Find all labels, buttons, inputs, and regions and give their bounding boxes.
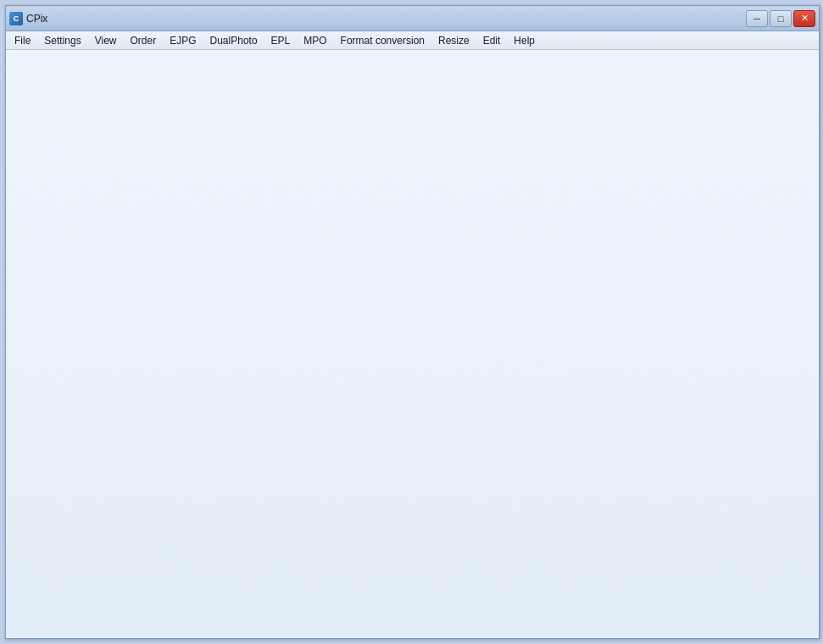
app-icon: C xyxy=(9,12,23,25)
menu-item-mpo[interactable]: MPO xyxy=(297,33,333,48)
menu-item-file[interactable]: File xyxy=(8,33,37,48)
title-bar-left: C CPix xyxy=(9,12,47,25)
menu-item-view[interactable]: View xyxy=(88,33,124,48)
menu-item-edit[interactable]: Edit xyxy=(476,33,508,48)
menu-item-dualphoto[interactable]: DualPhoto xyxy=(203,33,264,48)
menu-item-help[interactable]: Help xyxy=(507,33,542,48)
window-title: CPix xyxy=(26,13,47,25)
menu-item-settings[interactable]: Settings xyxy=(37,33,87,48)
menu-item-ejpg[interactable]: EJPG xyxy=(163,33,203,48)
window-controls: ─ □ ✕ xyxy=(746,10,815,27)
menu-item-epl[interactable]: EPL xyxy=(264,33,298,48)
maximize-button[interactable]: □ xyxy=(770,10,792,27)
main-window: C CPix ─ □ ✕ FileSettingsViewOrderEJPGDu… xyxy=(5,5,820,639)
title-bar: C CPix ─ □ ✕ xyxy=(6,6,819,31)
content-area xyxy=(6,50,819,638)
menu-item-order[interactable]: Order xyxy=(124,33,164,48)
menu-item-format-conversion[interactable]: Format conversion xyxy=(334,33,431,48)
menu-item-resize[interactable]: Resize xyxy=(431,33,476,48)
minimize-button[interactable]: ─ xyxy=(746,10,768,27)
menu-bar: FileSettingsViewOrderEJPGDualPhotoEPLMPO… xyxy=(6,31,819,50)
close-button[interactable]: ✕ xyxy=(793,10,815,27)
